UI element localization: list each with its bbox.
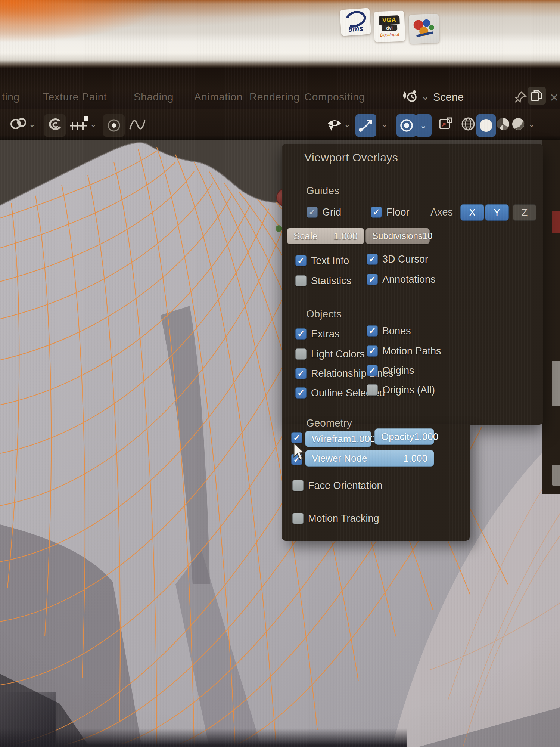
floor-checkbox[interactable]: ✓	[371, 207, 382, 218]
sticker-vga-text: VGA	[379, 15, 400, 25]
editor-type-chevron-icon: ⌄	[28, 119, 36, 129]
wireframe-label: Wirefram	[312, 433, 351, 445]
proportional-chevron-icon: ⌄	[420, 120, 427, 131]
grid-checkbox[interactable]: ✓	[307, 207, 318, 218]
motion-tracking-checkbox[interactable]: ✓	[292, 513, 304, 524]
cursor-3d-label: 3D Cursor	[382, 253, 428, 265]
scale-label: Scale	[293, 230, 318, 242]
annotations-checkbox[interactable]: ✓	[367, 274, 378, 285]
subdivisions-value: 10	[423, 231, 433, 241]
mouse-cursor	[293, 443, 307, 462]
axis-x-button[interactable]: X	[460, 204, 484, 221]
shading-solid-button[interactable]	[476, 114, 496, 137]
brush-falloff-button[interactable]	[44, 114, 66, 137]
axis-z-button[interactable]: Z	[513, 204, 536, 221]
show-gizmo-button[interactable]	[438, 114, 454, 134]
proportional-circle-icon	[398, 117, 415, 134]
opacity-value: 1.000	[414, 431, 438, 443]
rendered-sphere-icon	[510, 116, 526, 132]
sticker-colorful	[409, 14, 440, 44]
editor-type-button[interactable]: ⌄	[9, 114, 36, 134]
sidebar-tab-grey-2[interactable]	[552, 465, 560, 486]
viewer-node-slider[interactable]: Viewer Node 1.000	[305, 450, 434, 467]
new-scene-button[interactable]	[528, 87, 546, 105]
text-info-checkbox[interactable]: ✓	[295, 255, 307, 266]
proportional-chevron-button[interactable]: ⌄	[415, 114, 432, 137]
bones-label: Bones	[382, 325, 411, 337]
viewport-right-margin	[542, 140, 560, 494]
origins-label: Origins	[382, 365, 414, 376]
shading-material-button[interactable]	[495, 114, 511, 134]
wireframe-value: 1.000	[351, 433, 375, 445]
scale-value: 1.000	[333, 230, 358, 242]
popover-title: Viewport Overlays	[304, 151, 398, 164]
origins-all-label: Origins (All)	[382, 384, 435, 396]
sticker-dualinput-text: DualInput	[380, 32, 399, 38]
viewport-header: ⌄ ⌄	[0, 109, 560, 140]
subdivisions-slider[interactable]: Subdivisions 10	[365, 228, 430, 244]
cursor-3d-checkbox[interactable]: ✓	[367, 254, 378, 265]
outline-selected-checkbox[interactable]: ✓	[295, 387, 307, 399]
origins-all-checkbox[interactable]: ✓	[367, 384, 378, 396]
tab-animation[interactable]: Animation	[194, 91, 243, 103]
viewer-node-value: 1.000	[403, 453, 427, 464]
axis-y-button[interactable]: Y	[485, 204, 509, 221]
circle-dot-icon	[105, 117, 123, 134]
proportional-editing-toggle[interactable]	[396, 114, 417, 137]
text-info-label: Text Info	[311, 255, 349, 267]
guides-heading: Guides	[306, 185, 339, 197]
grid-scale-slider[interactable]: Scale 1.000	[287, 228, 364, 244]
scene-icon[interactable]	[400, 90, 420, 105]
motion-paths-checkbox[interactable]: ✓	[367, 345, 378, 357]
photo-bottom-shadow	[0, 728, 407, 747]
tab-sculpting-cut[interactable]: ting	[2, 91, 20, 103]
snapping-chevron-button[interactable]: ⌄	[381, 114, 388, 134]
monitor-photo: 5ms VGA dvi DualInput ting Texture Paint…	[0, 0, 560, 747]
light-colors-checkbox[interactable]: ✓	[295, 348, 307, 360]
floor-label: Floor	[386, 206, 410, 218]
curve-falloff-button[interactable]	[128, 114, 146, 134]
snap-arrow-icon	[357, 117, 375, 134]
motion-tracking-label: Motion Tracking	[308, 512, 379, 524]
shading-wireframe-button[interactable]	[460, 114, 476, 134]
material-sphere-icon	[495, 116, 511, 132]
scene-name[interactable]: Scene	[433, 91, 464, 103]
viewport-overlays-popover: Viewport Overlays Guides ✓ Grid ✓ Floor …	[282, 144, 543, 542]
gizmo-squares-icon	[438, 116, 454, 132]
statistics-label: Statistics	[311, 275, 351, 287]
relationship-lines-label: Relationship Lines	[311, 368, 393, 379]
show-object-types-button[interactable]: ⌄	[326, 114, 351, 134]
relationship-lines-checkbox[interactable]: ✓	[295, 368, 307, 379]
sidebar-tab-grey-1[interactable]	[552, 361, 560, 406]
keying-set-button[interactable]: ⌄	[69, 114, 97, 134]
tab-rendering[interactable]: Rendering	[249, 91, 300, 103]
copy-pages-icon	[531, 89, 543, 102]
origin-green-dot	[276, 225, 282, 232]
wireframe-checkbox[interactable]: ✓	[291, 432, 302, 443]
snapping-toggle[interactable]	[355, 114, 376, 137]
shading-chevron-icon: ⌄	[528, 119, 535, 129]
wireframe-threshold-slider[interactable]: Wirefram 1.000	[305, 431, 371, 447]
shading-rendered-button[interactable]	[510, 114, 526, 134]
tab-shading[interactable]: Shading	[134, 91, 174, 103]
tab-compositing[interactable]: Compositing	[304, 91, 365, 103]
motion-paths-label: Motion Paths	[382, 345, 441, 357]
opacity-slider[interactable]: Opacity 1.000	[374, 428, 434, 445]
swirl-brush-icon	[46, 117, 64, 134]
keyframes-icon	[69, 115, 90, 133]
sidebar-tab-red[interactable]	[552, 211, 560, 233]
scene-chevron-icon[interactable]: ⌄	[421, 93, 429, 100]
sticker-5ms: 5ms	[340, 8, 371, 36]
pin-icon[interactable]	[514, 90, 527, 104]
sticker-dvi-text: dvi	[382, 25, 397, 31]
face-orientation-checkbox[interactable]: ✓	[292, 480, 304, 491]
bones-checkbox[interactable]: ✓	[367, 325, 378, 337]
origins-checkbox[interactable]: ✓	[367, 365, 378, 376]
tab-texture-paint[interactable]: Texture Paint	[43, 91, 107, 103]
extras-label: Extras	[311, 328, 340, 340]
extras-checkbox[interactable]: ✓	[295, 328, 307, 340]
unlink-scene-button[interactable]: ✕	[550, 91, 559, 104]
target-button[interactable]	[103, 114, 125, 137]
shading-dropdown-button[interactable]: ⌄	[528, 114, 535, 134]
statistics-checkbox[interactable]: ✓	[295, 275, 307, 286]
